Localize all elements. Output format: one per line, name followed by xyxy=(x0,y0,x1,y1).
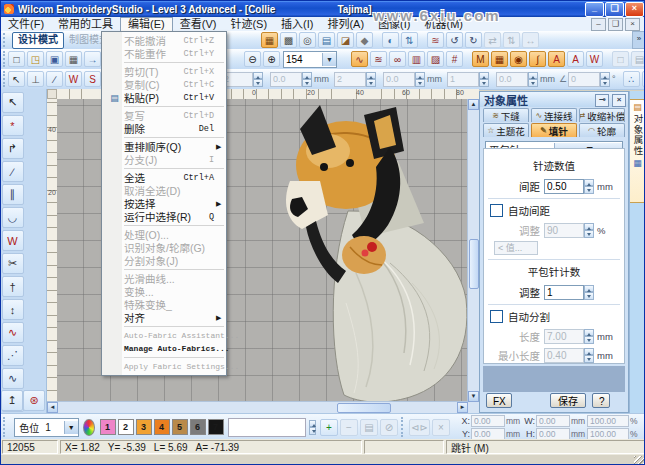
edit-menu-item[interactable]: ▤ 粘贴(P) Ctrl+V ▶ xyxy=(102,91,226,104)
chevron-down-icon[interactable]: ▼ xyxy=(64,421,78,434)
scroll-right-icon[interactable]: ► xyxy=(457,402,468,413)
parameter-field[interactable] xyxy=(446,72,491,87)
toolbar-icon[interactable]: ▤ xyxy=(318,32,335,48)
color-swatch[interactable]: 2 xyxy=(118,419,134,435)
palette-tool-icon[interactable]: − xyxy=(340,419,358,436)
mirror-tool-icon[interactable]: × xyxy=(432,419,450,436)
edit-menu-item[interactable]: 复制(C) Ctrl+C ▶ xyxy=(102,78,226,91)
fx-button[interactable]: FX xyxy=(486,393,512,408)
embroidery-design-collie[interactable] xyxy=(262,103,468,402)
parameter-input[interactable] xyxy=(334,72,366,87)
pin-icon[interactable]: ⊸ xyxy=(595,94,609,107)
file-toolbar-icon[interactable]: □ xyxy=(8,51,25,67)
stitch-type-icon[interactable]: # xyxy=(446,51,463,67)
tool-icon[interactable]: ⊥ xyxy=(27,71,44,87)
palette-tool-icon[interactable]: + xyxy=(320,419,338,436)
edit-menu-item[interactable]: 删除 Del ▶ xyxy=(102,122,226,135)
help-button[interactable]: ? xyxy=(592,393,610,408)
edit-menu-item[interactable]: 复写 Ctrl+D ▶ xyxy=(102,109,226,122)
parameter-field[interactable]: mm xyxy=(382,72,442,87)
spinner-control[interactable] xyxy=(366,72,376,87)
toolbar-icon[interactable]: ▦ xyxy=(261,32,278,48)
stitch-type-icon[interactable]: A xyxy=(548,51,565,67)
size-input[interactable] xyxy=(536,415,570,427)
toolbar-icon[interactable]: ↔ xyxy=(522,32,539,48)
node-icon[interactable]: ∴ xyxy=(623,71,640,87)
vertical-scroll-thumb[interactable] xyxy=(469,239,479,289)
left-tool-button[interactable]: * xyxy=(2,115,24,136)
toolbar-icon[interactable]: ◐ xyxy=(382,32,399,48)
parameter-field[interactable]: mm xyxy=(495,72,555,87)
resize-grip[interactable] xyxy=(634,456,644,465)
color-swatch[interactable]: 3 xyxy=(136,419,152,435)
scale-input[interactable] xyxy=(587,415,629,427)
menu-bar-item[interactable]: 针迹(S) xyxy=(223,17,274,31)
edit-menu-item[interactable]: 特殊变换_ ▶ xyxy=(102,298,226,311)
spinner-control[interactable] xyxy=(600,72,610,87)
edit-menu-item[interactable]: Apply Fabric Settings... ▶ xyxy=(102,360,226,373)
edit-menu-item[interactable]: 对齐 ▶ xyxy=(102,311,226,324)
doc-close-button[interactable]: × xyxy=(625,18,640,31)
length-input[interactable] xyxy=(544,329,584,344)
scale-input[interactable] xyxy=(587,428,629,440)
left-tool-button[interactable]: ⊛ xyxy=(23,390,45,411)
edit-menu-item[interactable]: 剪切(T) Ctrl+X ▶ xyxy=(102,65,226,78)
zoom-out-icon[interactable]: ⊖ xyxy=(244,51,261,67)
spinner-control[interactable] xyxy=(584,348,594,363)
stitch-type-icon[interactable]: ∞ xyxy=(389,51,406,67)
toolbar-overflow-icon[interactable]: » xyxy=(632,31,645,49)
left-tool-button[interactable]: ↱ xyxy=(2,138,24,159)
stitch-type-icon[interactable]: ▤ xyxy=(631,51,645,67)
toolbar-gripper[interactable] xyxy=(401,417,406,438)
horizontal-scrollbar[interactable]: ◄ ► xyxy=(47,401,468,413)
spinner-control[interactable] xyxy=(584,329,594,344)
color-swatch[interactable]: 6 xyxy=(190,419,206,435)
toolbar-gripper[interactable] xyxy=(3,51,5,67)
panel-close-icon[interactable]: × xyxy=(612,94,626,107)
palette-scroll-spinner[interactable] xyxy=(309,420,316,435)
scroll-down-icon[interactable]: ▼ xyxy=(468,391,479,402)
horizontal-scroll-thumb[interactable] xyxy=(337,403,391,413)
adjust-input[interactable] xyxy=(544,223,584,238)
values-button[interactable]: < 值... xyxy=(494,241,538,255)
zoom-level-input[interactable] xyxy=(284,54,322,65)
toolbar-icon[interactable]: ◆ xyxy=(356,32,373,48)
parameter-field[interactable]: ∠ ° xyxy=(559,72,616,87)
color-swatch[interactable]: 1 xyxy=(100,419,116,435)
spacing-input[interactable] xyxy=(544,179,584,194)
left-tool-button[interactable]: ⋰ xyxy=(2,345,24,366)
menu-bar-item[interactable]: 编辑(E) xyxy=(120,17,173,32)
left-tool-button[interactable]: † xyxy=(2,276,24,297)
min-length-input[interactable] xyxy=(544,348,584,363)
edit-menu-item[interactable]: 分割对象(J) ▶ xyxy=(102,254,226,267)
parameter-field[interactable] xyxy=(333,72,378,87)
toolbar-icon[interactable]: ↻ xyxy=(465,32,482,48)
zoom-level-combo[interactable]: ▼ xyxy=(283,51,337,68)
stitch-type-icon[interactable]: ∿ xyxy=(351,51,368,67)
edit-menu-item[interactable]: 分支(J) I ▶ xyxy=(102,153,226,166)
left-tool-button[interactable]: ✂ xyxy=(2,253,24,274)
chevron-down-icon[interactable]: ▼ xyxy=(322,53,336,66)
parameter-field[interactable]: mm xyxy=(269,72,329,87)
design-mode-button[interactable]: 设计模式 xyxy=(12,32,64,49)
close-button[interactable]: × xyxy=(625,2,644,17)
color-slot-combo[interactable]: 色位 1 ▼ xyxy=(14,418,79,437)
menu-bar-item[interactable]: 常用的工具 xyxy=(51,17,120,31)
object-properties-dock-tab[interactable]: ▤ 对象属性 ▦ xyxy=(630,99,645,203)
toolbar-icon[interactable]: ◎ xyxy=(299,32,316,48)
size-input[interactable] xyxy=(536,428,570,440)
color-swatch[interactable]: 4 xyxy=(154,419,170,435)
scroll-left-icon[interactable]: ◄ xyxy=(47,402,58,413)
color-swatch[interactable]: 7 xyxy=(208,419,224,435)
stitch-type-icon[interactable]: M xyxy=(472,51,489,67)
tool-icon[interactable]: W xyxy=(65,71,82,87)
auto-split-checkbox[interactable] xyxy=(490,310,503,323)
stitch-type-icon[interactable]: ◉ xyxy=(510,51,527,67)
toolbar-gripper[interactable] xyxy=(3,71,5,87)
edit-menu-item[interactable]: 运行中选择(R) Q ▶ xyxy=(102,210,226,223)
maximize-button[interactable]: ❑ xyxy=(605,2,624,17)
spinner-control[interactable] xyxy=(584,179,594,194)
stitch-type-icon[interactable]: W xyxy=(586,51,603,67)
left-tool-button[interactable]: ∿ xyxy=(2,322,24,343)
stitch-type-icon[interactable]: ▥ xyxy=(408,51,425,67)
